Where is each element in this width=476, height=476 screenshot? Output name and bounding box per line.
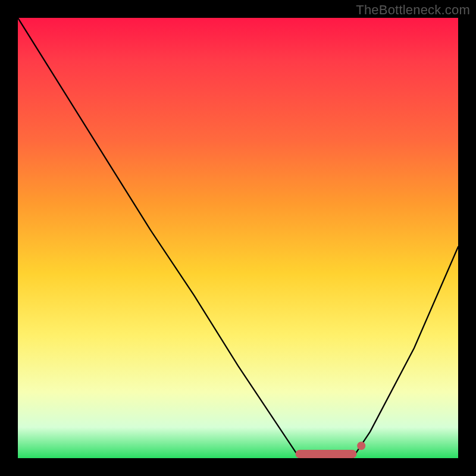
plot-area: [18, 18, 458, 458]
chart-frame: TheBottleneck.com: [0, 0, 476, 476]
watermark-text: TheBottleneck.com: [356, 2, 470, 18]
bottleneck-curve: [18, 18, 458, 458]
curve-layer: [18, 18, 458, 458]
optimal-marker-dot: [357, 441, 365, 450]
